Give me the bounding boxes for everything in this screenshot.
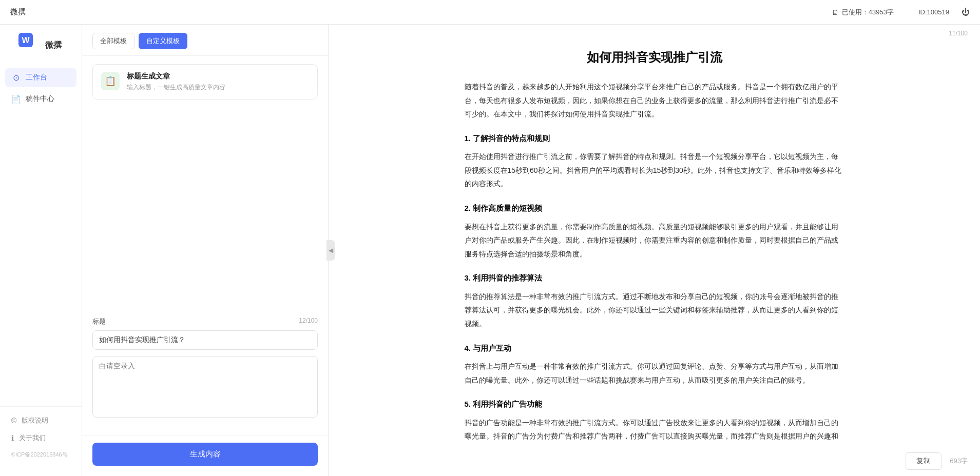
panel-tabs: 全部模板 自定义模板 <box>82 25 328 56</box>
doc-title: 如何用抖音实现推广引流 <box>465 49 844 66</box>
template-icon-box: 📋 <box>101 72 120 90</box>
collapse-handle[interactable]: ◀ <box>326 240 335 261</box>
char-count: 12/100 <box>299 317 318 326</box>
word-count: 693字 <box>950 457 968 466</box>
doc-icon: 🗎 <box>832 8 839 16</box>
section-content-4: 在抖音上与用户互动是一种非常有效的推广引流方式。你可以通过回复评论、点赞、分享等… <box>465 360 844 387</box>
logo-area: W 微撰 <box>0 33 82 68</box>
copyright-icon: © <box>11 417 16 425</box>
section-content-3: 抖音的推荐算法是一种非常有效的推广引流方式。通过不断地发布和分享自己的短视频，你… <box>465 290 844 331</box>
drafts-icon: 📄 <box>11 94 21 104</box>
doc-intro: 随着抖音的普及，越来越多的人开始利用这个短视频分享平台来推广自己的产品或服务。抖… <box>465 80 844 121</box>
sidebar-item-workbench[interactable]: ⊙ 工作台 <box>5 68 76 87</box>
section-heading-4: 4. 与用户互动 <box>465 341 844 356</box>
workbench-icon: ⊙ <box>11 73 21 82</box>
id-label: ID:100519 <box>918 8 949 16</box>
section-heading-3: 3. 利用抖音的推荐算法 <box>465 271 844 286</box>
template-icon: 📋 <box>105 75 116 87</box>
form-area: 标题 12/100 <box>82 309 328 428</box>
sidebar-item-label-copyright: 版权说明 <box>22 416 48 425</box>
section-heading-1: 1. 了解抖音的特点和规则 <box>465 131 844 146</box>
logo-icon: W <box>9 33 42 57</box>
title-label: 标题 <box>92 317 106 326</box>
doc-footer: 复制 693字 <box>329 446 980 476</box>
sidebar-item-label-drafts: 稿件中心 <box>26 94 54 104</box>
title-label-row: 标题 12/100 <box>92 317 318 326</box>
title-input[interactable] <box>92 330 318 350</box>
section-content-5: 抖音的广告功能是一种非常有效的推广引流方式。你可以通过广告投放来让更多的人看到你… <box>465 416 844 446</box>
tab-all[interactable]: 全部模板 <box>92 33 134 49</box>
sidebar-item-label-workbench: 工作台 <box>26 73 47 82</box>
sidebar-item-copyright[interactable]: © 版权说明 <box>5 412 76 429</box>
main-content: 全部模板 自定义模板 📋 标题生成文章 输入标题，一键生成高质量文章内容 标题 <box>82 25 980 476</box>
svg-text:W: W <box>22 36 30 45</box>
copy-button[interactable]: 复制 <box>906 452 941 470</box>
chevron-left-icon: ◀ <box>329 247 333 254</box>
template-list: 📋 标题生成文章 输入标题，一键生成高质量文章内容 <box>82 56 328 309</box>
template-card-title-article[interactable]: 📋 标题生成文章 输入标题，一键生成高质量文章内容 <box>92 64 318 100</box>
sidebar-footer: ©ICP备2022016846号 <box>5 447 76 463</box>
usage-label: 已使用：43953字 <box>842 8 894 17</box>
doc-content[interactable]: 如何用抖音实现推广引流 随着抖音的普及，越来越多的人开始利用这个短视频分享平台来… <box>434 39 875 446</box>
doc-body: 随着抖音的普及，越来越多的人开始利用这个短视频分享平台来推广自己的产品或服务。抖… <box>465 80 844 446</box>
main-layout: W 微撰 ⊙ 工作台 📄 稿件中心 © 版权说明 ℹ 关于我们 <box>0 25 980 476</box>
section-heading-5: 5. 利用抖音的广告功能 <box>465 397 844 412</box>
generate-btn[interactable]: 生成内容 <box>92 443 318 466</box>
usage-area: 🗎 已使用：43953字 <box>832 8 894 17</box>
sidebar: W 微撰 ⊙ 工作台 📄 稿件中心 © 版权说明 ℹ 关于我们 <box>0 25 82 476</box>
template-desc: 输入标题，一键生成高质量文章内容 <box>127 83 225 92</box>
sidebar-nav: ⊙ 工作台 📄 稿件中心 <box>0 68 82 406</box>
doc-header: 11/100 <box>329 25 980 39</box>
left-panel: 全部模板 自定义模板 📋 标题生成文章 输入标题，一键生成高质量文章内容 标题 <box>82 25 329 476</box>
about-icon: ℹ <box>11 434 14 442</box>
topbar: 微撰 🗎 已使用：43953字 ID:100519 ⏻ <box>0 0 980 25</box>
sidebar-item-about[interactable]: ℹ 关于我们 <box>5 429 76 447</box>
textarea-wrap <box>92 356 318 420</box>
section-heading-2: 2. 制作高质量的短视频 <box>465 201 844 216</box>
app-title: 微撰 <box>10 7 26 17</box>
content-textarea[interactable] <box>92 356 318 418</box>
tab-custom[interactable]: 自定义模板 <box>139 33 187 49</box>
template-title: 标题生成文章 <box>127 72 225 81</box>
sidebar-bottom: © 版权说明 ℹ 关于我们 ©ICP备2022016846号 <box>0 406 82 468</box>
generate-btn-wrap: 生成内容 <box>82 435 328 476</box>
page-info: 11/100 <box>949 30 968 37</box>
sidebar-item-label-about: 关于我们 <box>19 433 46 443</box>
sidebar-item-drafts[interactable]: 📄 稿件中心 <box>5 89 76 109</box>
logo-text: 微撰 <box>45 40 62 51</box>
section-content-2: 要想在抖音上获得更多的流量，你需要制作高质量的短视频。高质量的短视频能够吸引更多… <box>465 220 844 261</box>
right-panel: 11/100 如何用抖音实现推广引流 随着抖音的普及，越来越多的人开始利用这个短… <box>329 25 980 476</box>
section-content-1: 在开始使用抖音进行推广引流之前，你需要了解抖音的特点和规则。抖音是一个短视频分享… <box>465 150 844 191</box>
top-right-area: 🗎 已使用：43953字 ID:100519 ⏻ <box>832 8 970 17</box>
template-info: 标题生成文章 输入标题，一键生成高质量文章内容 <box>127 72 225 92</box>
power-icon[interactable]: ⏻ <box>962 8 970 17</box>
